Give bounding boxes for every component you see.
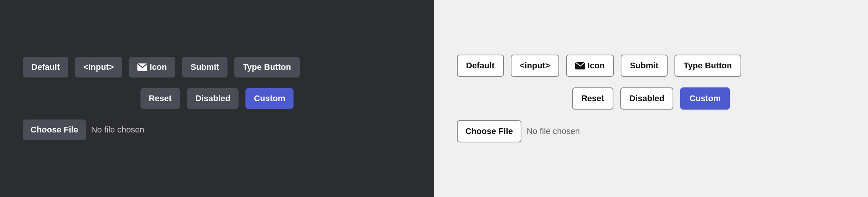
light-row-2: Reset Disabled Custom bbox=[457, 87, 845, 110]
dark-row-1: Default <input> Icon Submit Type Button bbox=[23, 57, 411, 78]
light-disabled-button[interactable]: Disabled bbox=[620, 87, 674, 110]
light-default-button[interactable]: Default bbox=[457, 55, 504, 77]
light-file-input-area: Choose File No file chosen bbox=[457, 120, 580, 142]
dark-file-input-area: Choose File No file chosen bbox=[23, 119, 144, 140]
light-type-button-button[interactable]: Type Button bbox=[674, 55, 741, 77]
dark-custom-button[interactable]: Custom bbox=[245, 88, 294, 109]
light-panel: Default <input> Icon Submit Type Button … bbox=[434, 0, 868, 197]
dark-row-2: Reset Disabled Custom bbox=[23, 88, 411, 109]
dark-choose-file-button[interactable]: Choose File bbox=[23, 119, 86, 140]
light-icon-button[interactable]: Icon bbox=[566, 55, 614, 77]
light-custom-button[interactable]: Custom bbox=[680, 87, 730, 110]
dark-submit-button[interactable]: Submit bbox=[182, 57, 227, 78]
light-input-button[interactable]: <input> bbox=[511, 55, 559, 77]
light-choose-file-button[interactable]: Choose File bbox=[457, 120, 521, 142]
dark-panel: Default <input> Icon Submit Type Button … bbox=[0, 0, 434, 197]
dark-disabled-button[interactable]: Disabled bbox=[187, 88, 239, 109]
dark-input-button[interactable]: <input> bbox=[75, 57, 122, 78]
dark-icon-button[interactable]: Icon bbox=[129, 57, 175, 78]
dark-reset-button[interactable]: Reset bbox=[140, 88, 180, 109]
dark-default-button[interactable]: Default bbox=[23, 57, 68, 78]
envelope-icon bbox=[137, 63, 147, 71]
dark-row-3: Choose File No file chosen bbox=[23, 119, 411, 140]
dark-type-button-button[interactable]: Type Button bbox=[234, 57, 300, 78]
light-submit-button[interactable]: Submit bbox=[621, 55, 668, 77]
envelope-icon-light bbox=[575, 62, 585, 69]
light-row-1: Default <input> Icon Submit Type Button bbox=[457, 55, 845, 77]
light-row-3: Choose File No file chosen bbox=[457, 120, 845, 142]
light-no-file-label: No file chosen bbox=[527, 126, 580, 136]
light-reset-button[interactable]: Reset bbox=[572, 87, 613, 110]
dark-no-file-label: No file chosen bbox=[91, 125, 144, 135]
